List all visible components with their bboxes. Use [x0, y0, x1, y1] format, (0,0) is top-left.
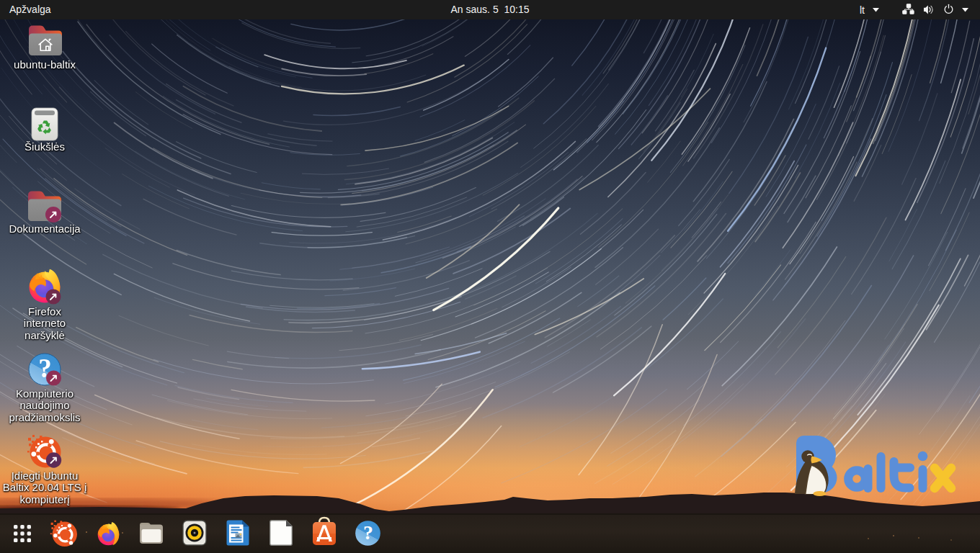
svg-text:?: ? — [363, 521, 373, 544]
svg-text:lt: lt — [860, 4, 865, 16]
